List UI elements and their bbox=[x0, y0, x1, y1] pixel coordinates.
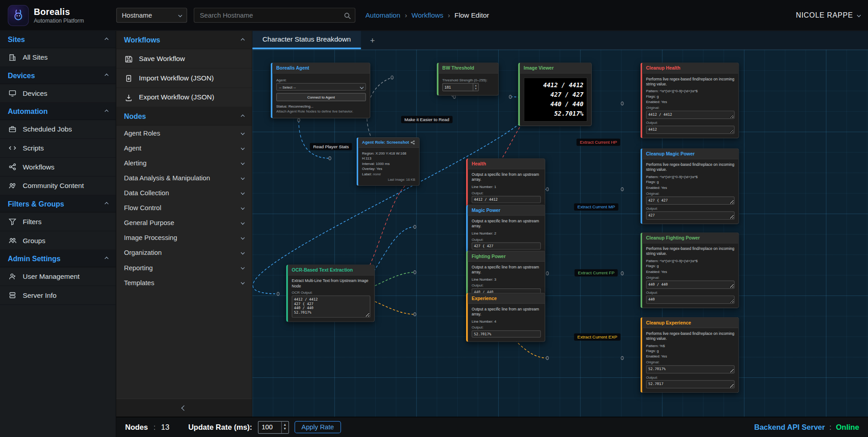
node-description: Extract Multi-Line Text from Upstream Im… bbox=[292, 278, 370, 289]
node-category-flow-control[interactable]: Flow Control bbox=[116, 200, 252, 215]
sidebar-item-groups[interactable]: Groups bbox=[0, 231, 116, 250]
regex-pattern: Pattern: ^\s*(\d+)[^0-9]+(\d+)\s*$ bbox=[646, 174, 735, 180]
brand[interactable]: Borealis Automation Platform bbox=[8, 5, 116, 26]
sidebar-item-devices[interactable]: Devices bbox=[0, 84, 116, 103]
spinner-buttons[interactable]: ▲▼ bbox=[473, 84, 478, 91]
node-cleanup-fighting-power[interactable]: Cleanup Fighting Power Performs live reg… bbox=[641, 232, 739, 308]
node-experience[interactable]: Experience Output a specific line from a… bbox=[466, 293, 545, 342]
node-description: Performs live regex-based find/replace o… bbox=[646, 76, 735, 87]
node-cleanup-experience[interactable]: Cleanup Experience Performs live regex-b… bbox=[641, 317, 739, 393]
update-rate-stepper[interactable]: ▲▼ bbox=[258, 421, 289, 433]
node-category-data-collection[interactable]: Data Collection bbox=[116, 185, 252, 200]
node-category-alerting[interactable]: Alerting bbox=[116, 155, 252, 170]
import-workflow-button[interactable]: Import Workflow (JSON) bbox=[116, 69, 252, 88]
groups-icon bbox=[8, 236, 17, 245]
node-cleanup-magic-power[interactable]: Cleanup Magic Power Performs live regex-… bbox=[641, 148, 739, 224]
node-category-reporting[interactable]: Reporting bbox=[116, 260, 252, 275]
output-textarea[interactable]: 427 bbox=[646, 211, 735, 220]
node-health[interactable]: Health Output a specific line from an up… bbox=[466, 158, 545, 207]
new-tab-button[interactable]: + bbox=[361, 31, 384, 49]
node-bw-threshold[interactable]: BW Threshold Threshold Strength (0–255):… bbox=[437, 62, 499, 95]
panel-section-nodes[interactable]: Nodes bbox=[116, 108, 252, 126]
output-input[interactable] bbox=[472, 196, 541, 203]
threshold-input[interactable] bbox=[443, 84, 473, 91]
colon: : bbox=[830, 423, 832, 431]
sidebar-section-automation[interactable]: Automation bbox=[0, 103, 116, 120]
item-label: All Sites bbox=[23, 53, 47, 61]
spinner-buttons[interactable]: ▲▼ bbox=[281, 421, 288, 433]
regex-flags: Flags: g bbox=[646, 179, 735, 185]
sidebar-section-filters-groups[interactable]: Filters & Groups bbox=[0, 195, 116, 212]
sidebar-item-server-info[interactable]: Server Info bbox=[0, 286, 116, 305]
node-category-agent-roles[interactable]: Agent Roles bbox=[116, 126, 252, 141]
sidebar-item-community-content[interactable]: Community Content bbox=[0, 177, 116, 196]
output-textarea[interactable]: 440 bbox=[646, 296, 735, 304]
chevron-down-icon bbox=[241, 251, 245, 255]
output-textarea[interactable]: 52.7017 bbox=[646, 380, 735, 388]
chevron-up-icon bbox=[104, 38, 108, 42]
original-textarea[interactable]: 52.7017% bbox=[646, 365, 735, 373]
search-input[interactable] bbox=[194, 8, 356, 23]
update-rate-label: Update Rate (ms): bbox=[188, 423, 252, 431]
sidebar-item-workflows[interactable]: Workflows bbox=[0, 158, 116, 177]
user-menu[interactable]: NICOLE RAPPE bbox=[796, 11, 860, 19]
breadcrumb-automation[interactable]: Automation bbox=[365, 11, 400, 19]
node-ocr-text-extraction[interactable]: OCR-Based Text Extraction Extract Multi-… bbox=[286, 264, 375, 322]
output-label: Output: bbox=[646, 291, 735, 295]
hostname-dropdown[interactable]: Hostname bbox=[116, 8, 187, 23]
node-image-viewer[interactable]: Image Viewer 4412 / 4412 427 / 427 440 /… bbox=[518, 62, 592, 126]
backend-status-badge: Online bbox=[836, 423, 859, 431]
node-borealis-agent[interactable]: Borealis Agent Agent: -- Select -- Conne… bbox=[271, 62, 370, 118]
category-label: Alerting bbox=[124, 159, 146, 167]
node-category-templates[interactable]: Templates bbox=[116, 275, 252, 290]
collapse-panel-button[interactable] bbox=[116, 399, 252, 417]
node-magic-power[interactable]: Magic Power Output a specific line from … bbox=[466, 205, 545, 254]
save-workflow-button[interactable]: Save Workflow bbox=[116, 49, 252, 69]
original-textarea[interactable]: 440 / 440 bbox=[646, 281, 735, 289]
category-label: Organization bbox=[124, 249, 161, 256]
chevron-down-icon bbox=[178, 13, 182, 17]
node-title: Cleanup Magic Power bbox=[646, 151, 695, 156]
sidebar-item-user-management[interactable]: User Management bbox=[0, 267, 116, 286]
output-textarea[interactable]: 4412 bbox=[646, 126, 735, 134]
chevron-up-icon bbox=[104, 202, 108, 206]
sidebar-item-all-sites[interactable]: All Sites bbox=[0, 48, 116, 67]
connect-to-agent-button[interactable]: Connect to Agent bbox=[276, 93, 366, 101]
node-agent-role-screenshot[interactable]: Agent Role: Screenshot Region: X:200 Y:4… bbox=[357, 137, 420, 186]
edge-agent-to-screenshot[interactable] bbox=[299, 120, 330, 158]
sidebar-item-scripts[interactable]: Scripts bbox=[0, 139, 116, 158]
section-label: Sites bbox=[8, 35, 25, 43]
item-label: Groups bbox=[23, 236, 45, 244]
node-cleanup-health[interactable]: Cleanup Health Performs live regex-based… bbox=[641, 62, 739, 138]
sidebar-section-devices[interactable]: Devices bbox=[0, 67, 116, 84]
flow-canvas[interactable]: Borealis Agent Agent: -- Select -- Conne… bbox=[252, 50, 868, 417]
tab-character-status-breakdown[interactable]: Character Status Breakdown bbox=[252, 31, 361, 49]
node-category-organization[interactable]: Organization bbox=[116, 245, 252, 260]
panel-section-workflows[interactable]: Workflows bbox=[116, 31, 252, 49]
line-number: Line Number: 4 bbox=[472, 319, 541, 324]
sidebar-section-admin-settings[interactable]: Admin Settings bbox=[0, 250, 116, 267]
sidebar-item-scheduled-jobs[interactable]: Scheduled Jobs bbox=[0, 120, 116, 139]
original-textarea[interactable]: 427 { 427 bbox=[646, 197, 735, 205]
breadcrumb-workflows[interactable]: Workflows bbox=[411, 11, 443, 19]
sidebar-section-sites[interactable]: Sites bbox=[0, 31, 116, 48]
user-icon bbox=[8, 272, 17, 281]
apply-rate-button[interactable]: Apply Rate bbox=[294, 421, 341, 433]
ocr-output-textarea[interactable]: 4412 / 4412 427 { 427 440 / 440 52.7017% bbox=[292, 296, 370, 318]
chevron-down-icon bbox=[241, 176, 245, 180]
user-name: NICOLE RAPPE bbox=[796, 11, 853, 19]
output-input[interactable] bbox=[472, 330, 541, 338]
node-category-general-purpose[interactable]: General Purpose bbox=[116, 215, 252, 230]
item-label: Export Workflow (JSON) bbox=[139, 94, 214, 101]
agent-select[interactable]: -- Select -- bbox=[276, 83, 366, 91]
share-icon[interactable] bbox=[410, 140, 415, 145]
original-textarea[interactable]: 4412 / 4412 bbox=[646, 111, 735, 119]
export-workflow-button[interactable]: Export Workflow (JSON) bbox=[116, 88, 252, 108]
output-input[interactable] bbox=[472, 243, 541, 250]
node-category-data-analysis[interactable]: Data Analysis & Manipulation bbox=[116, 170, 252, 185]
node-category-image-processing[interactable]: Image Processing bbox=[116, 230, 252, 245]
threshold-stepper[interactable]: ▲▼ bbox=[442, 83, 479, 91]
sidebar-item-filters[interactable]: Filters bbox=[0, 212, 116, 231]
update-rate-input[interactable] bbox=[258, 421, 281, 433]
node-category-agent[interactable]: Agent bbox=[116, 141, 252, 155]
